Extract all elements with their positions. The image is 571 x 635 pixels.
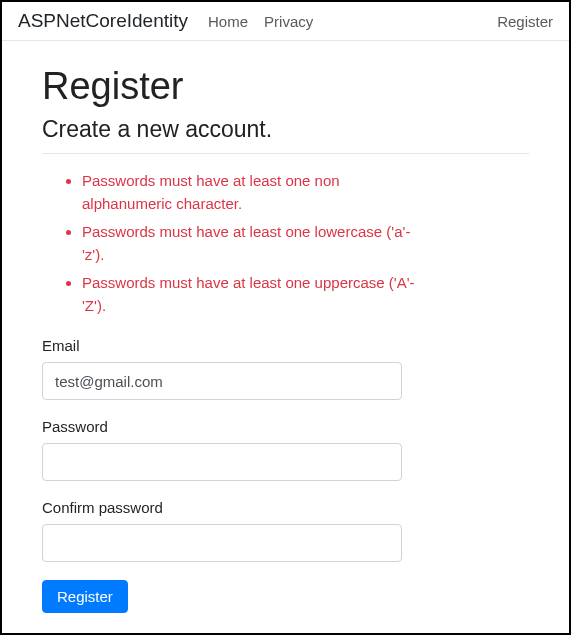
page-title: Register	[42, 65, 529, 108]
navbar-brand[interactable]: ASPNetCoreIdentity	[18, 10, 188, 32]
register-button[interactable]: Register	[42, 580, 128, 613]
validation-error: Passwords must have at least one upperca…	[82, 272, 422, 317]
page-subtitle: Create a new account.	[42, 116, 529, 143]
confirm-password-field[interactable]	[42, 524, 402, 562]
navbar: ASPNetCoreIdentity Home Privacy Register	[2, 2, 569, 41]
nav-link-register[interactable]: Register	[497, 13, 553, 30]
password-field[interactable]	[42, 443, 402, 481]
form-group-email: Email	[42, 337, 402, 400]
nav-link-privacy[interactable]: Privacy	[264, 13, 313, 30]
validation-error: Passwords must have at least one non alp…	[82, 170, 422, 215]
validation-summary: Passwords must have at least one non alp…	[42, 170, 422, 317]
nav-link-home[interactable]: Home	[208, 13, 248, 30]
form-group-confirm-password: Confirm password	[42, 499, 402, 562]
form-group-password: Password	[42, 418, 402, 481]
divider	[42, 153, 529, 154]
main-container: Register Create a new account. Passwords…	[2, 41, 569, 613]
email-label: Email	[42, 337, 402, 354]
password-label: Password	[42, 418, 402, 435]
email-field[interactable]	[42, 362, 402, 400]
validation-error: Passwords must have at least one lowerca…	[82, 221, 422, 266]
confirm-password-label: Confirm password	[42, 499, 402, 516]
